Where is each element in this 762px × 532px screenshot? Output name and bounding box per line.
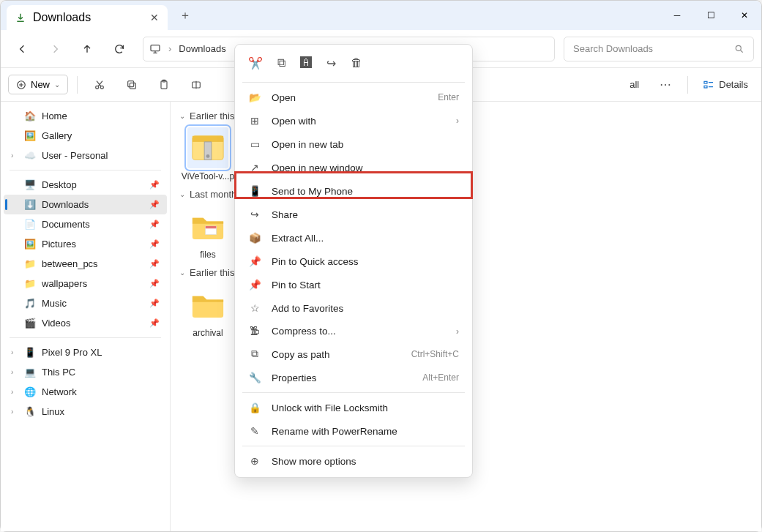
ctx-unlock[interactable]: 🔒Unlock with File Locksmith [235,396,472,419]
file-label: archival [193,328,223,338]
pin-icon: 📌 [149,239,160,249]
chevron-right-icon: › [456,326,459,337]
folder-icon: 📁 [24,258,36,269]
folder-icon: 📁 [24,278,36,289]
extract-icon: 📦 [248,232,261,244]
ctx-favorite[interactable]: ☆Add to Favorites [235,296,472,320]
ctx-extract-all[interactable]: 📦Extract All... [235,226,472,250]
refresh-button[interactable] [105,36,134,62]
file-vivetool-zip[interactable]: ViVeTool-v...p [179,127,236,181]
delete-icon[interactable]: 🗑 [351,56,362,70]
search-input[interactable]: Search Downloads [564,37,754,61]
phone-icon: 📱 [248,185,261,197]
ctx-copy-path[interactable]: ⧉Copy as pathCtrl+Shift+C [235,342,472,366]
more-button[interactable]: ⋯ [652,73,679,97]
sidebar-item-thispc[interactable]: ›💻This PC [4,362,167,382]
sidebar-item-wallpapers[interactable]: 📁wallpapers📌 [4,274,167,293]
music-icon: 🎵 [24,298,36,309]
ctx-open-new-tab[interactable]: ▭Open in new tab [235,132,472,156]
sidebar-item-pictures[interactable]: 🖼️Pictures📌 [4,234,167,254]
ctx-show-more[interactable]: ⊕Show more options [235,449,472,473]
compress-icon: 🗜 [248,326,261,337]
minimize-button[interactable]: ─ [660,1,694,30]
share-icon[interactable]: ↪ [326,56,336,70]
download-arrow-icon [15,12,26,23]
sidebar-item-music[interactable]: 🎵Music📌 [4,293,167,313]
folder-archival[interactable]: archival [179,284,236,338]
ctx-open-with[interactable]: ⊞Open with› [235,109,472,132]
sidebar-item-user[interactable]: ›☁️User - Personal [4,146,167,165]
rename-button[interactable] [183,73,209,97]
ctx-open[interactable]: 📂OpenEnter [235,86,472,109]
documents-icon: 📄 [24,219,36,230]
forward-button[interactable] [40,36,70,62]
chevron-right-icon[interactable]: › [11,368,18,376]
rename-icon: ✎ [248,425,261,437]
search-placeholder: Search Downloads [573,43,653,54]
breadcrumb[interactable]: Downloads [179,43,225,54]
back-button[interactable] [8,36,37,62]
details-view-button[interactable]: Details [697,76,754,94]
svg-point-15 [206,154,210,158]
ctx-properties[interactable]: 🔧PropertiesAlt+Enter [235,366,472,389]
select-all-label[interactable]: all [630,79,639,90]
sidebar-item-videos[interactable]: 🎬Videos📌 [4,313,167,333]
ctx-share[interactable]: ↪Share [235,203,472,226]
chevron-right-icon[interactable]: › [11,151,18,160]
sidebar-item-downloads[interactable]: ⬇️Downloads📌 [4,195,167,214]
paste-button[interactable] [151,73,177,97]
folder-files[interactable]: files [179,206,236,260]
pin-icon: 📌 [149,279,160,288]
ctx-pin-quick[interactable]: 📌Pin to Quick access [235,250,472,273]
ctx-open-new-window[interactable]: ↗Open in new window [235,156,472,179]
folder-icon [187,284,228,325]
copy-button[interactable] [119,73,145,97]
file-label: files [200,250,215,260]
zip-file-icon [187,127,228,168]
monitor-icon [149,43,161,55]
cut-icon[interactable]: ✂️ [248,56,263,70]
close-tab-icon[interactable]: ✕ [150,12,159,23]
svg-rect-0 [151,45,160,50]
folder-open-icon: 📂 [248,91,261,103]
sidebar-item-gallery[interactable]: 🖼️Gallery [4,126,167,146]
share-icon: ↪ [248,209,261,220]
pin-icon: 📌 [149,220,160,229]
cut-button[interactable] [86,73,113,97]
up-button[interactable] [72,36,102,62]
chevron-right-icon: › [456,116,459,126]
svg-rect-10 [704,81,707,83]
tab-downloads[interactable]: Downloads ✕ [7,5,168,30]
network-icon: 🌐 [24,386,36,397]
ctx-pin-start[interactable]: 📌Pin to Start [235,273,472,296]
new-tab-button[interactable]: ＋ [173,5,197,26]
chevron-right-icon[interactable]: › [11,348,18,356]
desktop-icon: 🖥️ [24,179,36,190]
pin-icon: 📌 [248,279,261,291]
context-menu: ✂️ ⧉ 🅰 ↪ 🗑 📂OpenEnter ⊞Open with› ▭Open … [234,44,473,478]
copy-icon[interactable]: ⧉ [277,56,285,70]
sidebar-item-network[interactable]: ›🌐Network [4,382,167,402]
sidebar-item-desktop[interactable]: 🖥️Desktop📌 [4,175,167,195]
chevron-right-icon[interactable]: › [11,388,18,396]
ctx-send-to-phone[interactable]: 📱Send to My Phone [235,179,472,203]
folder-icon [187,206,228,247]
sidebar-item-between[interactable]: 📁between_pcs📌 [4,254,167,274]
pictures-icon: 🖼️ [24,239,36,250]
chevron-right-icon[interactable]: › [11,408,18,416]
ctx-power-rename[interactable]: ✎Rename with PowerRename [235,419,472,443]
sidebar-item-pixel[interactable]: ›📱Pixel 9 Pro XL [4,342,167,362]
close-window-button[interactable]: ✕ [728,1,761,30]
svg-rect-17 [206,226,217,228]
rename-icon[interactable]: 🅰 [300,56,312,70]
sidebar-item-documents[interactable]: 📄Documents📌 [4,214,167,234]
sidebar-item-home[interactable]: 🏠Home [4,106,167,126]
chevron-right-icon: › [168,43,171,54]
ctx-compress[interactable]: 🗜Compress to...› [235,320,472,342]
pin-icon: 📌 [149,200,160,209]
sidebar-item-linux[interactable]: ›🐧Linux [4,402,167,422]
new-button[interactable]: New ⌄ [8,75,68,94]
sidebar: 🏠Home 🖼️Gallery ›☁️User - Personal 🖥️Des… [1,102,171,531]
file-label: ViVeTool-v...p [182,171,234,181]
maximize-button[interactable]: ☐ [694,1,728,30]
